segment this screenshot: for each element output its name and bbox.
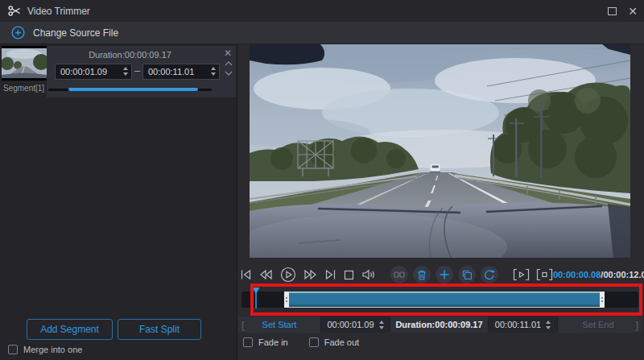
titlebar: Video Trimmer ✕ — [0, 0, 644, 22]
play-segment-icon[interactable] — [513, 268, 530, 281]
add-segment-button[interactable]: Add Segment — [27, 319, 113, 340]
split-button[interactable] — [390, 266, 408, 283]
volume-icon[interactable] — [361, 269, 376, 280]
segment-start-time-value: 00:00:01.09 — [60, 67, 107, 77]
trim-end-handle[interactable] — [600, 292, 605, 308]
change-source-file-button[interactable]: Change Source File — [33, 27, 118, 39]
segment-thumbnail[interactable] — [2, 46, 47, 81]
reset-button[interactable] — [481, 266, 498, 283]
copy-segment-button[interactable] — [458, 266, 476, 283]
frame-forward-icon[interactable] — [303, 269, 317, 280]
trim-end-time-value: 00:00:11.01 — [495, 320, 541, 329]
segment-name-label: Segment[1] — [3, 84, 44, 93]
chevron-up-icon[interactable] — [224, 60, 233, 67]
scissors-icon — [8, 5, 21, 17]
add-segment-icon-button[interactable] — [436, 266, 453, 283]
spinner-down-icon[interactable] — [379, 326, 384, 329]
segment-end-time-input[interactable]: 00:00:11.01 — [142, 64, 220, 80]
spinner-down-icon[interactable] — [211, 72, 216, 76]
delete-segment-button[interactable] — [413, 266, 431, 283]
spinner-down-icon[interactable] — [546, 326, 551, 329]
fade-out-label: Fade out — [324, 337, 359, 347]
trim-start-handle[interactable] — [284, 292, 289, 308]
segment-end-time-value: 00:00:11.01 — [148, 67, 194, 77]
trim-end-time-input[interactable]: 00:00:11.01 — [489, 317, 557, 333]
spinner-up-icon[interactable] — [123, 67, 128, 70]
fade-in-label: Fade in — [258, 337, 288, 347]
playhead-marker[interactable] — [251, 287, 261, 309]
current-time: 00:00:00.08 — [553, 270, 601, 279]
video-preview[interactable] — [250, 44, 630, 258]
trim-selection-bar[interactable] — [284, 292, 605, 308]
merge-label: Merge into one — [23, 345, 82, 354]
range-separator: – — [132, 65, 142, 77]
fade-out-checkbox[interactable] — [309, 337, 319, 347]
maximize-icon[interactable] — [608, 7, 617, 15]
segment-duration-label: Duration:00:00:09.17 — [47, 50, 213, 60]
window-title: Video Trimmer — [27, 6, 90, 17]
video-trimmer-window: Video Trimmer ✕ Change Source File Segme… — [0, 0, 644, 360]
set-end-button[interactable]: Set End — [558, 317, 638, 333]
trim-start-time-input[interactable]: 00:00:01.09 — [321, 317, 390, 333]
spinner-icons[interactable] — [123, 67, 128, 76]
fast-split-button[interactable]: Fast Split — [118, 319, 201, 340]
chevron-down-icon[interactable] — [224, 70, 233, 77]
player-controls: 00:00:00.08/00:00:12.01 — [240, 265, 642, 284]
set-start-button[interactable]: Set Start — [238, 317, 320, 333]
stop-segment-icon[interactable] — [536, 268, 553, 281]
segment-range-slider-fill[interactable] — [68, 88, 198, 91]
segment-start-time-input[interactable]: 00:00:01.09 — [55, 64, 132, 80]
frame-back-icon[interactable] — [259, 269, 273, 280]
spinner-icons[interactable] — [379, 321, 384, 329]
fade-in-option[interactable]: Fade in — [243, 337, 288, 347]
plus-circle-icon[interactable] — [11, 26, 25, 39]
spinner-icons[interactable] — [211, 67, 216, 76]
stop-icon[interactable] — [344, 270, 354, 280]
merge-into-one-option[interactable]: Merge into one — [8, 345, 82, 354]
close-icon[interactable]: ✕ — [628, 6, 638, 17]
fade-out-option[interactable]: Fade out — [309, 337, 359, 347]
time-display: 00:00:00.08/00:00:12.01 — [553, 270, 644, 279]
toolbar: Change Source File — [0, 22, 644, 44]
spinner-up-icon[interactable] — [379, 321, 384, 324]
spinner-icons[interactable] — [546, 321, 551, 329]
trim-duration-label: Duration:00:00:09.17 — [390, 317, 488, 333]
spinner-down-icon[interactable] — [123, 72, 128, 76]
skip-end-icon[interactable] — [324, 269, 336, 280]
fade-options: Fade in Fade out — [243, 337, 359, 347]
skip-start-icon[interactable] — [240, 269, 252, 280]
fade-in-checkbox[interactable] — [243, 337, 253, 347]
right-bracket: ] — [635, 319, 638, 331]
spinner-up-icon[interactable] — [546, 321, 551, 324]
total-time: 00:00:12.01 — [603, 270, 644, 279]
spinner-up-icon[interactable] — [211, 67, 216, 70]
trim-start-time-value: 00:00:01.09 — [327, 320, 374, 329]
merge-checkbox[interactable] — [8, 345, 18, 354]
close-icon[interactable]: ✕ — [224, 48, 232, 58]
trim-controls-row: [ Set Start 00:00:01.09 Duration:00:00:0… — [238, 317, 642, 333]
play-icon[interactable] — [280, 267, 296, 283]
